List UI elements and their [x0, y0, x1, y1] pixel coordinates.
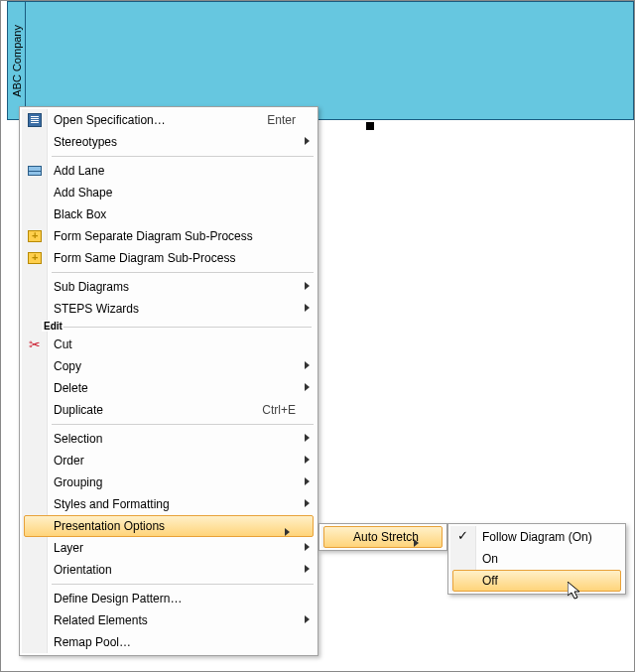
menu-label: On	[482, 552, 603, 566]
menu-separator-edit: Edit	[22, 321, 316, 333]
menu-label: Add Lane	[54, 164, 296, 178]
menu-separator	[52, 584, 314, 585]
menu-label: Follow Diagram (On)	[482, 530, 603, 544]
menu-label: Open Specification…	[54, 113, 251, 127]
resize-handle[interactable]	[366, 122, 374, 130]
submenu-arrow-icon	[305, 456, 310, 464]
menu-separator	[52, 424, 314, 425]
submenu-arrow-icon	[305, 499, 310, 507]
menu-label: Presentation Options	[54, 519, 291, 533]
menu-label: Define Design Pattern…	[54, 592, 296, 605]
menu-label: Related Elements	[54, 613, 296, 627]
menu-label: Copy	[54, 359, 296, 373]
menu-label: Grouping	[54, 475, 296, 489]
menu-label: Sub Diagrams	[54, 280, 296, 294]
submenu-arrow-icon	[305, 434, 310, 442]
scissors-icon: ✂	[27, 336, 43, 352]
menu-label: Off	[482, 574, 603, 588]
menu-black-box[interactable]: Black Box	[22, 203, 316, 225]
menu-form-separate-subprocess[interactable]: Form Separate Diagram Sub-Process	[22, 225, 316, 247]
menu-label: Orientation	[54, 563, 296, 577]
menu-styles-formatting[interactable]: Styles and Formatting	[22, 493, 316, 515]
menu-label: Stereotypes	[54, 135, 296, 149]
submenu-arrow-icon	[305, 137, 310, 145]
menu-orientation[interactable]: Orientation	[22, 559, 316, 581]
pool-title-text: ABC Company	[11, 25, 23, 97]
menu-label: Duplicate	[54, 403, 246, 417]
submenu-arrow-icon	[305, 282, 310, 290]
submenu-arrow-icon	[305, 361, 310, 369]
menu-remap-pool[interactable]: Remap Pool…	[22, 631, 316, 653]
submenu-off[interactable]: Off	[450, 570, 623, 592]
menu-open-specification[interactable]: Open Specification… Enter	[22, 109, 316, 131]
menu-label: STEPS Wizards	[54, 302, 296, 316]
check-icon: ✓	[457, 530, 469, 542]
menu-form-same-subprocess[interactable]: Form Same Diagram Sub-Process	[22, 247, 316, 269]
submenu-arrow-icon	[305, 543, 310, 551]
menu-label: Form Separate Diagram Sub-Process	[54, 229, 296, 243]
submenu-auto-stretch[interactable]: Auto Stretch	[321, 526, 444, 548]
menu-label: Black Box	[54, 207, 296, 221]
menu-grouping[interactable]: Grouping	[22, 471, 316, 493]
pool-title-bar[interactable]: ABC Company	[8, 2, 26, 119]
menu-layer[interactable]: Layer	[22, 537, 316, 559]
menu-duplicate[interactable]: Duplicate Ctrl+E	[22, 399, 316, 421]
submenu-on[interactable]: On	[450, 548, 623, 570]
menu-cut[interactable]: ✂ Cut	[22, 334, 316, 355]
submenu-arrow-icon	[414, 539, 419, 547]
submenu-arrow-icon	[305, 383, 310, 391]
context-menu: Open Specification… Enter Stereotypes Ad…	[19, 106, 318, 656]
menu-label: Order	[54, 454, 296, 468]
menu-label: Layer	[54, 541, 296, 555]
menu-presentation-options[interactable]: Presentation Options	[22, 515, 316, 537]
submenu-arrow-icon	[305, 304, 310, 312]
menu-define-design-pattern[interactable]: Define Design Pattern…	[22, 588, 316, 609]
spec-icon	[27, 112, 43, 128]
menu-separator	[52, 156, 314, 157]
menu-stereotypes[interactable]: Stereotypes	[22, 131, 316, 153]
submenu-auto-stretch-options: ✓ Follow Diagram (On) On Off	[447, 523, 626, 595]
pool-shape[interactable]: ABC Company	[7, 1, 634, 120]
menu-copy[interactable]: Copy	[22, 355, 316, 377]
submenu-arrow-icon	[305, 615, 310, 623]
subprocess-icon	[27, 228, 43, 244]
menu-add-shape[interactable]: Add Shape	[22, 182, 316, 203]
menu-label: Selection	[54, 432, 296, 446]
menu-accel: Ctrl+E	[246, 403, 296, 417]
subprocess-icon	[27, 250, 43, 266]
lane-icon	[27, 163, 43, 179]
menu-accel: Enter	[251, 113, 296, 127]
menu-label: Form Same Diagram Sub-Process	[54, 251, 296, 265]
menu-label: Remap Pool…	[54, 635, 296, 649]
menu-delete[interactable]: Delete	[22, 377, 316, 399]
menu-label: Delete	[54, 381, 296, 395]
submenu-arrow-icon	[305, 565, 310, 573]
submenu-arrow-icon	[285, 528, 290, 536]
submenu-follow-diagram[interactable]: ✓ Follow Diagram (On)	[450, 526, 623, 548]
menu-separator	[52, 272, 314, 273]
menu-related-elements[interactable]: Related Elements	[22, 609, 316, 631]
submenu-presentation-options: Auto Stretch	[318, 523, 447, 551]
menu-steps-wizards[interactable]: STEPS Wizards	[22, 298, 316, 320]
menu-label: Styles and Formatting	[54, 497, 296, 511]
menu-label: Cut	[54, 337, 296, 351]
menu-selection[interactable]: Selection	[22, 428, 316, 450]
submenu-arrow-icon	[305, 477, 310, 485]
menu-order[interactable]: Order	[22, 450, 316, 471]
menu-sub-diagrams[interactable]: Sub Diagrams	[22, 276, 316, 298]
separator-label: Edit	[42, 321, 64, 332]
menu-label: Add Shape	[54, 186, 296, 200]
menu-add-lane[interactable]: Add Lane	[22, 160, 316, 182]
app-stage: ABC Company Open Specification… Enter St…	[0, 0, 635, 672]
menu-label: Auto Stretch	[353, 530, 420, 544]
